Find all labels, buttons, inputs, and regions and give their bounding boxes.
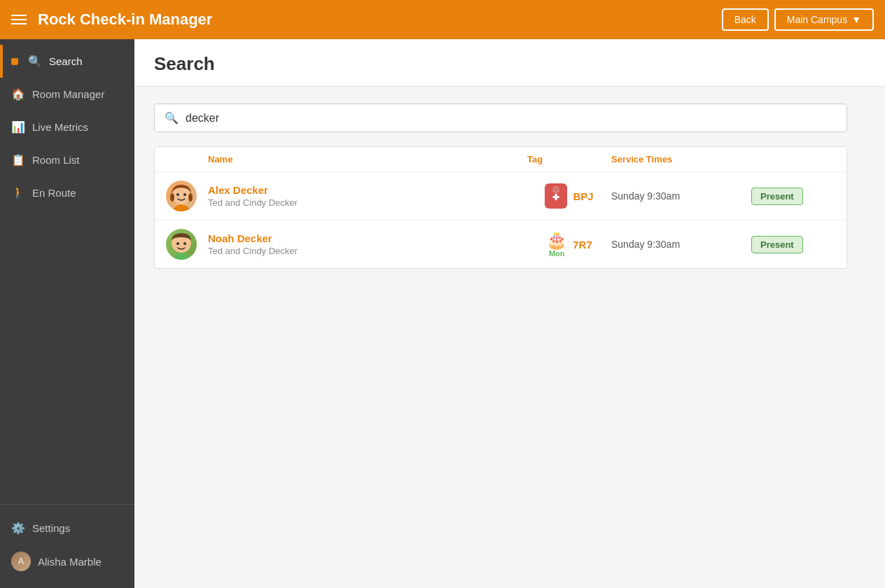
- medical-icon: [545, 183, 567, 209]
- user-name-label: Alisha Marble: [38, 556, 102, 568]
- back-button[interactable]: Back: [722, 8, 769, 31]
- sidebar-item-search[interactable]: 🔍 Search: [0, 45, 134, 78]
- sidebar-nav: 🔍 Search 🏠 Room Manager 📊 Live Metrics 📋…: [0, 39, 134, 504]
- search-box[interactable]: 🔍: [154, 104, 847, 132]
- avatar-boy: [166, 229, 197, 260]
- person-avatar-alex: [166, 181, 208, 211]
- sidebar-bottom: ⚙️ Settings A Alisha Marble: [0, 504, 134, 588]
- tag-cell-alex: BPJ: [527, 183, 611, 209]
- person-avatar-noah: [166, 229, 208, 260]
- col-avatar: [166, 154, 208, 164]
- sidebar-item-en-route[interactable]: 🚶 En Route: [0, 176, 134, 209]
- settings-icon: ⚙️: [11, 522, 25, 535]
- col-service-times: Service Times: [611, 154, 751, 164]
- page-header: Search: [134, 39, 885, 87]
- user-avatar: A: [11, 552, 31, 571]
- en-route-icon: 🚶: [11, 186, 25, 200]
- sidebar-item-user[interactable]: A Alisha Marble: [0, 543, 134, 580]
- service-time-alex: Sunday 9:30am: [611, 190, 751, 202]
- person-info-noah: Noah Decker Ted and Cindy Decker: [208, 232, 527, 256]
- status-noah: Present: [751, 236, 835, 253]
- col-tag: Tag: [527, 154, 611, 164]
- sidebar-room-manager-label: Room Manager: [32, 88, 104, 100]
- body: 🔍 Search 🏠 Room Manager 📊 Live Metrics 📋…: [0, 39, 885, 588]
- active-indicator: [11, 58, 18, 65]
- col-name: Name: [208, 154, 527, 164]
- svg-point-1: [170, 193, 174, 202]
- campus-label: Main Campus: [787, 14, 847, 25]
- app-title: Rock Check-in Manager: [38, 10, 722, 29]
- svg-point-10: [176, 242, 179, 245]
- service-time-noah: Sunday 9:30am: [611, 239, 751, 250]
- person-parent-noah: Ted and Cindy Decker: [208, 246, 527, 256]
- svg-point-11: [183, 242, 186, 245]
- svg-point-2: [188, 193, 193, 202]
- svg-point-4: [183, 193, 186, 196]
- header-buttons: Back Main Campus ▼: [722, 8, 874, 31]
- sidebar: 🔍 Search 🏠 Room Manager 📊 Live Metrics 📋…: [0, 39, 134, 588]
- person-parent-alex: Ted and Cindy Decker: [208, 197, 527, 208]
- page-title: Search: [154, 53, 865, 75]
- svg-rect-6: [553, 188, 559, 191]
- results-table: Name Tag Service Times: [154, 146, 847, 269]
- tag-value-noah: 7R7: [573, 239, 592, 251]
- sidebar-search-label: Search: [49, 55, 83, 67]
- sidebar-en-route-label: En Route: [32, 187, 76, 199]
- live-metrics-icon: 📊: [11, 120, 25, 134]
- table-row: Alex Decker Ted and Cindy Decker: [155, 172, 846, 220]
- campus-dropdown-icon: ▼: [851, 14, 861, 25]
- person-info-alex: Alex Decker Ted and Cindy Decker: [208, 184, 527, 208]
- sidebar-item-settings[interactable]: ⚙️ Settings: [0, 513, 134, 543]
- person-name-noah[interactable]: Noah Decker: [208, 232, 527, 244]
- tag-value-alex: BPJ: [573, 190, 593, 202]
- table-row: Noah Decker Ted and Cindy Decker 🎂 Mon 7…: [155, 220, 846, 268]
- sidebar-item-room-manager[interactable]: 🏠 Room Manager: [0, 78, 134, 111]
- status-alex: Present: [751, 188, 835, 205]
- settings-label: Settings: [32, 522, 70, 534]
- sidebar-item-room-list[interactable]: 📋 Room List: [0, 144, 134, 176]
- room-manager-icon: 🏠: [11, 88, 25, 101]
- search-icon: 🔍: [28, 55, 42, 68]
- sidebar-room-list-label: Room List: [32, 154, 80, 166]
- birthday-cake-icon: 🎂: [546, 232, 567, 248]
- search-input[interactable]: [186, 112, 837, 125]
- room-list-icon: 📋: [11, 153, 25, 167]
- table-header: Name Tag Service Times: [155, 147, 846, 172]
- svg-point-3: [176, 193, 179, 196]
- status-badge-noah: Present: [751, 236, 803, 253]
- search-box-icon: 🔍: [165, 111, 179, 125]
- avatar-girl: [166, 181, 197, 211]
- campus-button[interactable]: Main Campus ▼: [774, 8, 874, 31]
- menu-icon[interactable]: [11, 15, 27, 24]
- tag-cell-noah: 🎂 Mon 7R7: [527, 232, 611, 258]
- birthday-label: Mon: [549, 249, 565, 258]
- main-content: 🔍 Name Tag Service Times: [134, 87, 885, 588]
- birthday-icon-wrap: 🎂 Mon: [546, 232, 567, 258]
- person-name-alex[interactable]: Alex Decker: [208, 184, 527, 196]
- status-badge-alex: Present: [751, 188, 803, 205]
- main-content-area: Search 🔍 Name Tag Service Times: [134, 39, 885, 588]
- col-status: [751, 154, 835, 164]
- sidebar-live-metrics-label: Live Metrics: [32, 121, 88, 133]
- avatar-initials: A: [18, 556, 24, 566]
- sidebar-item-live-metrics[interactable]: 📊 Live Metrics: [0, 111, 134, 144]
- svg-rect-8: [553, 196, 559, 198]
- app-header: Rock Check-in Manager Back Main Campus ▼: [0, 0, 885, 39]
